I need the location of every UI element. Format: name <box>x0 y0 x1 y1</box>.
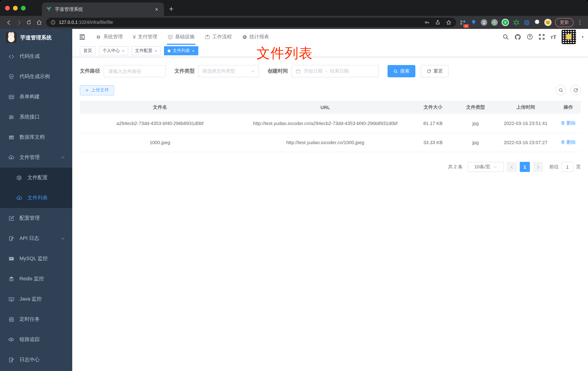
sidebar-item-db-doc[interactable]: 数据库文档 <box>0 127 72 147</box>
delete-label: 删除 <box>567 119 576 127</box>
tag-close-icon[interactable]: × <box>122 48 125 53</box>
sidebar-item-file-config[interactable]: 文件配置 <box>0 168 72 188</box>
extension-dot-icon[interactable] <box>491 19 498 26</box>
browser-update-button[interactable]: 更新 <box>555 18 574 27</box>
filter-form: 文件路径 文件类型 请选择文件类型 创建时间 开始日期 - 结束日期 <box>80 65 581 77</box>
date-range-picker[interactable]: 开始日期 - 结束日期 <box>292 65 379 77</box>
edit-square-icon <box>8 215 14 222</box>
column-uploadtime: 上传时间 <box>495 101 556 114</box>
topnav-system-management[interactable]: 系统管理 <box>91 29 128 45</box>
table-row[interactable]: 1000.jpeg http://test.yudao.iocoder.cn/1… <box>80 133 581 152</box>
next-page-icon[interactable] <box>533 162 543 172</box>
profile-emoji-icon[interactable] <box>544 19 552 26</box>
sidebar-item-redis-monitor[interactable]: Redis 监控 <box>0 269 72 289</box>
avatar-caret-icon[interactable]: ▾ <box>582 34 584 39</box>
tag-home[interactable]: 首页 <box>80 46 96 55</box>
share-icon[interactable] <box>435 20 441 25</box>
sidebar-item-file-list[interactable]: 文件列表 <box>0 188 72 208</box>
extensions-puzzle-icon[interactable] <box>534 19 540 26</box>
table-row[interactable]: a294ecb2-73dd-4353-bf40-296b8931d0bf htt… <box>80 114 581 133</box>
browser-tab[interactable]: 芋道管理系统 × <box>42 2 164 16</box>
page-size-select[interactable]: 10条/页 <box>468 162 504 172</box>
tag-file-config[interactable]: 文件配置 × <box>131 46 161 55</box>
delete-button[interactable]: 删除 <box>561 119 576 127</box>
page-content: 文件路径 文件类型 请选择文件类型 创建时间 开始日期 - 结束日期 <box>72 57 588 371</box>
sidebar-item-label: 日志中心 <box>20 357 40 363</box>
sidebar-item-label: 代码生成 <box>20 53 40 60</box>
tab-close-icon[interactable]: × <box>154 6 160 12</box>
sidebar-item-tracing[interactable]: 链路追踪 <box>0 329 72 350</box>
upload-file-button[interactable]: 上传文件 <box>80 85 114 95</box>
file-path-input[interactable] <box>104 65 166 77</box>
sidebar-item-code-generation[interactable]: 代码生成 <box>0 46 72 66</box>
prev-page-icon[interactable] <box>507 162 517 172</box>
minimize-window-button[interactable] <box>13 6 18 11</box>
tag-file-list[interactable]: 文件列表 × <box>164 46 198 55</box>
sidebar-item-api-log[interactable]: API 日志 <box>0 228 72 249</box>
topnav-statistics[interactable]: 统计报表 <box>237 29 274 45</box>
file-type-select[interactable]: 请选择文件类型 <box>198 65 259 77</box>
goto-suffix-label: 页 <box>576 164 581 170</box>
extension-balloon-icon[interactable] <box>470 19 477 26</box>
extension-y-icon[interactable]: Y <box>502 19 509 26</box>
sidebar-item-mysql-monitor[interactable]: MySQL 监控 <box>0 249 72 269</box>
reset-button[interactable]: 重置 <box>421 65 449 77</box>
sidebar-item-log-center[interactable]: 日志中心 <box>0 350 72 370</box>
zoom-window-button[interactable] <box>21 6 26 11</box>
show-search-icon[interactable] <box>556 85 566 95</box>
delete-button[interactable]: 删除 <box>561 138 576 146</box>
current-page-button[interactable]: 1 <box>520 162 530 172</box>
search-icon[interactable] <box>502 34 509 40</box>
forward-icon[interactable] <box>14 17 24 27</box>
sidebar-item-scheduled-tasks[interactable]: 定时任务 <box>0 309 72 329</box>
help-icon[interactable] <box>527 34 533 40</box>
sidebar-toggle-icon[interactable] <box>72 29 91 45</box>
browser-menu-icon[interactable]: ⋮ <box>576 19 584 26</box>
tags-bar: 首页 个人中心 × 文件配置 × 文件列表 × <box>72 45 588 57</box>
file-table: 文件名 URL 文件大小 文件类型 上传时间 操作 a294ecb2-73dd-… <box>80 101 581 152</box>
password-key-icon[interactable] <box>424 20 430 25</box>
tag-label: 个人中心 <box>103 48 120 54</box>
goto-page-input[interactable] <box>561 162 574 172</box>
topnav-payment-management[interactable]: ¥ 支付管理 <box>128 29 163 45</box>
new-tab-button[interactable]: + <box>169 5 174 13</box>
avatar[interactable] <box>562 30 576 44</box>
home-icon[interactable] <box>34 17 44 27</box>
bookmark-star-icon[interactable] <box>446 19 452 25</box>
extension-grid-icon[interactable]: 11 <box>460 19 466 26</box>
end-date-placeholder[interactable]: 结束日期 <box>330 68 349 74</box>
refresh-table-icon[interactable] <box>570 85 581 95</box>
close-window-button[interactable] <box>5 6 10 11</box>
fullscreen-icon[interactable] <box>538 34 545 40</box>
trash-icon <box>561 121 566 125</box>
page-size-value: 10条/页 <box>474 164 490 170</box>
search-button[interactable]: 搜索 <box>388 65 415 77</box>
site-info-icon[interactable] <box>51 20 56 25</box>
reload-icon[interactable] <box>24 17 34 27</box>
sidebar-item-label: 文件配置 <box>27 174 48 181</box>
tag-close-icon[interactable]: × <box>155 48 157 53</box>
delete-label: 删除 <box>567 138 576 146</box>
sidebar-item-label: 数据库文档 <box>20 134 45 140</box>
sidebar-item-config-management[interactable]: 配置管理 <box>0 208 72 228</box>
extension-eye-icon[interactable] <box>523 19 530 26</box>
github-icon[interactable] <box>514 33 521 40</box>
font-size-icon[interactable]: ᴛT <box>550 34 556 40</box>
start-date-placeholder[interactable]: 开始日期 <box>304 68 323 74</box>
sidebar-item-system-api[interactable]: 系统接口 <box>0 107 72 127</box>
back-icon[interactable] <box>4 17 14 27</box>
sidebar-item-form-builder[interactable]: 表单构建 <box>0 87 72 107</box>
extension-star-icon[interactable] <box>513 19 519 26</box>
sidebar-item-java-monitor[interactable]: Java 监控 <box>0 289 72 309</box>
sidebar-logo[interactable]: 芋道管理系统 <box>0 29 72 46</box>
tag-close-icon[interactable]: × <box>192 48 195 53</box>
address-bar[interactable]: 127.0.0.1:1024/infra/file/file <box>46 18 456 27</box>
topnav-infrastructure[interactable]: 基础设施 <box>163 29 200 45</box>
tag-profile[interactable]: 个人中心 × <box>99 46 128 55</box>
sidebar-item-code-demo[interactable]: 代码生成示例 <box>0 66 72 87</box>
extension-command-icon[interactable] <box>481 19 487 26</box>
sidebar-item-file-management[interactable]: 文件管理 <box>0 147 72 168</box>
reset-button-label: 重置 <box>433 68 443 74</box>
topnav-workflow[interactable]: 工作流程 <box>200 29 237 45</box>
chevron-down-icon <box>493 165 497 169</box>
